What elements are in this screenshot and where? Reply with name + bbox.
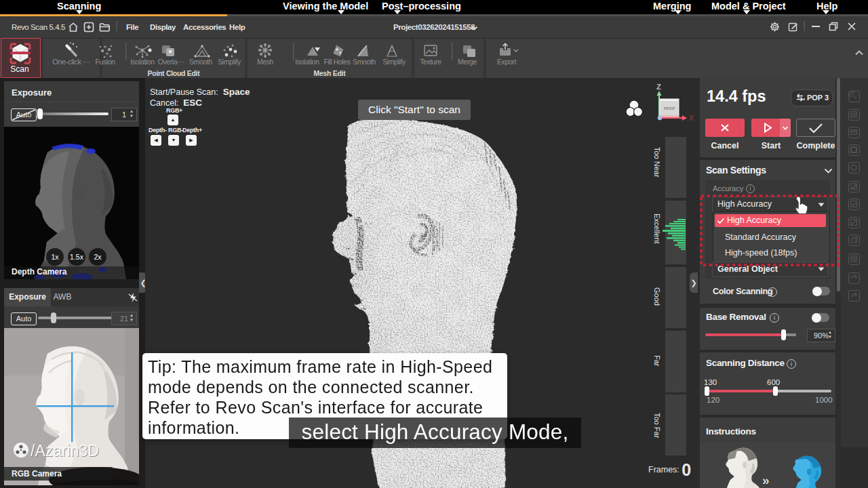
svg-text:FRONT: FRONT bbox=[664, 107, 675, 110]
svg-text:/Azarin3D: /Azarin3D bbox=[31, 442, 99, 460]
svg-text:X: X bbox=[689, 115, 694, 122]
svg-text:Z: Z bbox=[656, 83, 661, 91]
